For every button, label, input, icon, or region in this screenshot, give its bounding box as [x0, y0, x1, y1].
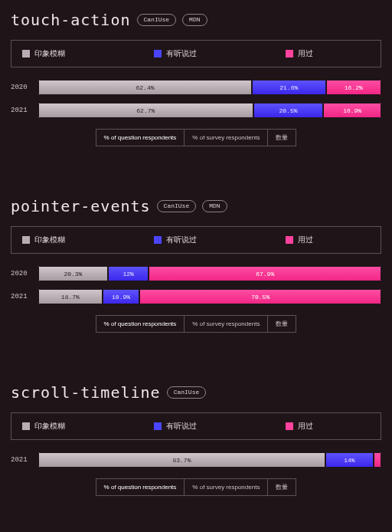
swatch-used	[286, 422, 293, 430]
legend-item-never_heard[interactable]: 印象模糊	[22, 235, 131, 245]
year-label: 2020	[11, 84, 32, 91]
legend-label: 有听说过	[166, 235, 197, 245]
segment-value: 70.5%	[251, 294, 270, 300]
chart-section: scroll-timelineCanIUse印象模糊有听说过用过202183.7…	[0, 373, 392, 501]
legend-item-heard[interactable]: 有听说过	[154, 421, 263, 432]
bars-container: 202062.4%21.6%16.2%202162.7%20.5%16.9%	[11, 80, 381, 118]
section-title: pointer-events	[11, 197, 151, 215]
segment-pink[interactable]	[374, 452, 381, 468]
legend-item-used[interactable]: 用过	[286, 48, 370, 59]
segment-value: 62.4%	[136, 84, 154, 91]
swatch-heard	[154, 50, 162, 57]
legend-item-used[interactable]: 用过	[286, 235, 370, 245]
tab-survey[interactable]: % of survey respondents	[185, 315, 268, 333]
tab-question[interactable]: % of question respondents	[96, 315, 185, 333]
unit-tabs: % of question respondents% of survey res…	[11, 315, 381, 333]
segment-value: 20.3%	[64, 271, 82, 277]
bar-row: 202183.7%14%	[11, 452, 381, 468]
swatch-never_heard	[22, 50, 30, 57]
swatch-heard	[154, 422, 162, 430]
year-label: 2021	[11, 107, 32, 114]
legend-label: 用过	[298, 421, 313, 432]
legend-label: 印象模糊	[34, 235, 65, 245]
segment-gray[interactable]: 20.3%	[38, 266, 108, 281]
tab-question[interactable]: % of question respondents	[96, 478, 185, 496]
caniuse-link[interactable]: CanIUse	[157, 200, 197, 212]
chart-section: touch-actionCanIUseMDN印象模糊有听说过用过202062.4…	[0, 0, 392, 151]
segment-value: 21.6%	[279, 84, 298, 91]
legend-item-never_heard[interactable]: 印象模糊	[22, 421, 131, 432]
stacked-bar: 83.7%14%	[38, 452, 381, 468]
swatch-heard	[154, 236, 162, 244]
legend-label: 印象模糊	[34, 48, 65, 59]
segment-value: 83.7%	[172, 457, 191, 464]
bar-row: 202162.7%20.5%16.9%	[11, 103, 381, 118]
caniuse-link[interactable]: CanIUse	[137, 14, 177, 26]
segment-blue[interactable]: 12%	[108, 266, 149, 281]
segment-blue[interactable]: 10.9%	[103, 289, 140, 304]
year-label: 2021	[11, 293, 32, 300]
segment-gray[interactable]: 62.4%	[38, 80, 252, 95]
segment-pink[interactable]: 70.5%	[139, 289, 381, 304]
stacked-bar: 20.3%12%67.9%	[38, 266, 381, 281]
tab-count[interactable]: 数量	[268, 315, 296, 333]
legend-label: 用过	[298, 48, 313, 59]
tab-question[interactable]: % of question respondents	[96, 129, 185, 146]
unit-tabs: % of question respondents% of survey res…	[11, 129, 381, 146]
swatch-used	[286, 50, 293, 57]
segment-value: 16.9%	[343, 107, 361, 114]
year-label: 2020	[11, 270, 32, 277]
bar-row: 202062.4%21.6%16.2%	[11, 80, 381, 95]
bars-container: 202020.3%12%67.9%202118.7%10.9%70.5%	[11, 266, 381, 304]
segment-pink[interactable]: 67.9%	[149, 266, 381, 281]
heading-row: pointer-eventsCanIUseMDN	[11, 197, 381, 215]
segment-blue[interactable]: 14%	[325, 452, 374, 468]
swatch-never_heard	[22, 236, 30, 244]
unit-tabs: % of question respondents% of survey res…	[11, 478, 381, 496]
segment-value: 16.2%	[345, 84, 363, 91]
tab-survey[interactable]: % of survey respondents	[185, 478, 268, 496]
legend-label: 用过	[298, 235, 313, 245]
segment-value: 20.5%	[279, 107, 297, 114]
legend-item-heard[interactable]: 有听说过	[154, 48, 263, 59]
segment-gray[interactable]: 18.7%	[38, 289, 103, 304]
mdn-link[interactable]: MDN	[182, 14, 207, 26]
heading-row: scroll-timelineCanIUse	[11, 383, 381, 402]
chart-section: pointer-eventsCanIUseMDN印象模糊有听说过用过202020…	[0, 186, 392, 337]
segment-blue[interactable]: 20.5%	[253, 103, 324, 118]
segment-value: 14%	[344, 457, 354, 464]
section-title: scroll-timeline	[11, 383, 161, 402]
legend: 印象模糊有听说过用过	[11, 40, 381, 67]
segment-value: 67.9%	[256, 271, 274, 277]
tab-count[interactable]: 数量	[268, 129, 296, 146]
legend-label: 有听说过	[166, 48, 197, 59]
segment-value: 62.7%	[136, 107, 155, 114]
segment-blue[interactable]: 21.6%	[252, 80, 326, 95]
legend-item-never_heard[interactable]: 印象模糊	[22, 48, 131, 59]
swatch-never_heard	[22, 422, 30, 430]
bars-container: 202183.7%14%	[11, 452, 381, 468]
segment-value: 10.9%	[112, 294, 130, 300]
stacked-bar: 62.4%21.6%16.2%	[38, 80, 381, 95]
legend-item-used[interactable]: 用过	[286, 421, 370, 432]
legend-item-heard[interactable]: 有听说过	[154, 235, 263, 245]
legend-label: 有听说过	[166, 421, 197, 432]
segment-pink[interactable]: 16.9%	[323, 103, 381, 118]
segment-gray[interactable]: 83.7%	[38, 452, 325, 468]
heading-row: touch-actionCanIUseMDN	[11, 11, 381, 29]
bar-row: 202020.3%12%67.9%	[11, 266, 381, 281]
legend: 印象模糊有听说过用过	[11, 412, 381, 440]
stacked-bar: 62.7%20.5%16.9%	[38, 103, 381, 118]
year-label: 2021	[11, 456, 32, 464]
swatch-used	[286, 236, 293, 244]
segment-gray[interactable]: 62.7%	[38, 103, 253, 118]
caniuse-link[interactable]: CanIUse	[167, 386, 207, 399]
section-title: touch-action	[11, 11, 131, 29]
stacked-bar: 18.7%10.9%70.5%	[38, 289, 381, 304]
tab-count[interactable]: 数量	[268, 478, 296, 496]
segment-pink[interactable]: 16.2%	[326, 80, 381, 95]
segment-value: 18.7%	[61, 294, 80, 300]
tab-survey[interactable]: % of survey respondents	[185, 129, 268, 146]
mdn-link[interactable]: MDN	[202, 200, 227, 212]
bar-row: 202118.7%10.9%70.5%	[11, 289, 381, 304]
